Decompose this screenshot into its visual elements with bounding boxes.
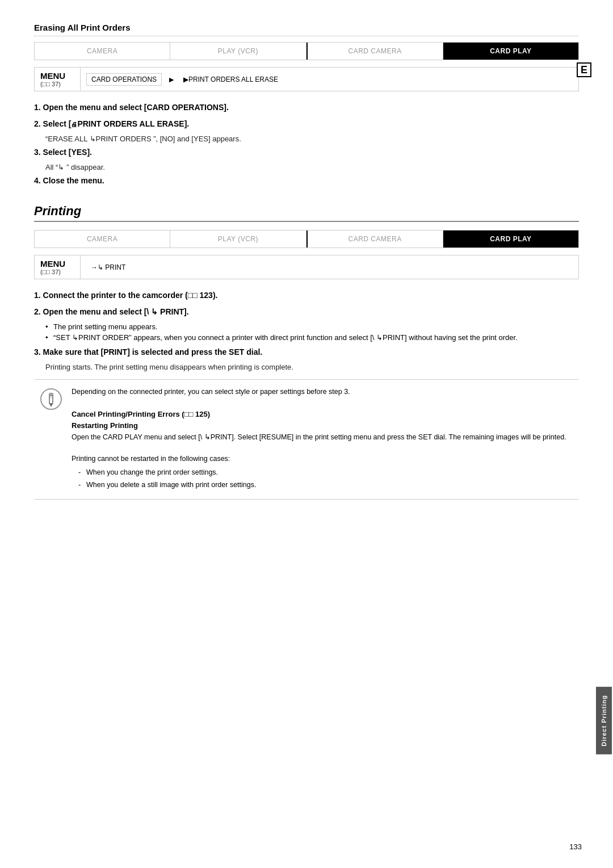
menu-content-1: CARD OPERATIONS ► ▶PRINT ORDERS ALL ERAS… — [80, 68, 578, 91]
tab-camera-1[interactable]: CAMERA — [35, 43, 170, 60]
step-1-3-text: Select [YES]. — [43, 148, 92, 157]
menu-ref-1: (□□ 37) — [40, 81, 74, 87]
step-2-3-label: 3. — [34, 347, 43, 357]
menu-label-box-1: MENU (□□ 37) — [35, 68, 80, 91]
step-1-3-label: 3. — [34, 148, 43, 157]
svg-rect-3 — [49, 393, 53, 396]
dash-item-2: When you delete a still image with print… — [78, 480, 566, 490]
step-1-2-sub: “ERASE ALL ↳PRINT ORDERS ”, [NO] and [YE… — [45, 135, 579, 143]
note-restart-text: Open the CARD PLAY menu and select [\ ↳P… — [72, 433, 566, 441]
dash-item-1: When you change the print order settings… — [78, 467, 566, 478]
step-2-1-text: Connect the printer to the camcorder (□□… — [43, 291, 218, 300]
menu-ref-2: (□□ 37) — [40, 269, 74, 275]
printing-title: Printing — [34, 204, 579, 222]
bullet-item-2: “SET ↳PRINT ORDER” appears, when you con… — [45, 333, 579, 342]
menu-row-2: MENU (□□ 37) →↳ PRINT — [34, 255, 579, 279]
step-1-1: 1. Open the menu and select [CARD OPERAT… — [34, 102, 579, 114]
step-1-1-text: Open the menu and select [CARD OPERATION… — [43, 103, 229, 112]
step-2-3-sub: Printing starts. The print setting menu … — [45, 363, 579, 371]
svg-marker-2 — [49, 404, 53, 407]
tab-bar-2: CAMERA PLAY (VCR) CARD CAMERA CARD PLAY — [34, 230, 579, 248]
step-1-1-label: 1. — [34, 103, 43, 112]
tab-bar-1: CAMERA PLAY (VCR) CARD CAMERA CARD PLAY — [34, 42, 579, 60]
tab-card-play-2[interactable]: CARD PLAY — [443, 230, 578, 248]
section-erasing: Erasing All Print Orders CAMERA PLAY (VC… — [34, 23, 579, 187]
e-marker: E — [577, 62, 591, 77]
menu-content-2: →↳ PRINT — [80, 255, 578, 279]
note-restart-heading: Restarting Printing — [72, 421, 138, 430]
step-1-3-sub: All “↳ ” disappear. — [45, 163, 579, 171]
right-sidebar: Direct Printing — [595, 0, 613, 868]
step-2-2: 2. Open the menu and select [\ ↳ PRINT]. — [34, 306, 579, 318]
pencil-icon — [40, 388, 62, 410]
step-2-2-text: Open the menu and select [\ ↳ PRINT]. — [43, 307, 189, 316]
menu-label-1: MENU — [40, 71, 74, 81]
step-2-3: 3. Make sure that [PRINT] is selected an… — [34, 346, 579, 358]
menu-arrow-1: ► — [167, 75, 175, 84]
section-divider — [34, 36, 579, 36]
note-cancel-heading: Cancel Printing/Printing Errors (□□ 125) — [72, 410, 210, 418]
tab-play-vcr-1[interactable]: PLAY (VCR) — [170, 43, 306, 60]
tab-card-camera-2[interactable]: CARD CAMERA — [306, 230, 443, 248]
menu-item-1: CARD OPERATIONS — [86, 73, 162, 86]
step-1-2-label: 2. — [34, 119, 43, 128]
menu-item-2: ▶PRINT ORDERS ALL ERASE — [179, 74, 283, 85]
step-2-2-label: 2. — [34, 307, 43, 316]
step-1-4: 4. Close the menu. — [34, 175, 579, 187]
step-1-2: 2. Select [​🖨PRINT ORDERS ALL ERASE]. — [34, 118, 579, 130]
menu-label-box-2: MENU (□□ 37) — [35, 255, 80, 279]
menu-row-1: MENU (□□ 37) CARD OPERATIONS ► ▶PRINT OR… — [34, 67, 579, 91]
tab-card-camera-1[interactable]: CARD CAMERA — [306, 43, 443, 60]
menu-label-2: MENU — [40, 259, 74, 269]
step-2-1-label: 1. — [34, 291, 43, 300]
note-text: Depending on the connected printer, you … — [72, 387, 566, 492]
section-printing: Printing CAMERA PLAY (VCR) CARD CAMERA C… — [34, 204, 579, 500]
step-2-2-bullets: The print setting menu appears. “SET ↳PR… — [45, 322, 579, 342]
step-2-3-text: Make sure that [PRINT] is selected and p… — [43, 347, 263, 357]
dash-list: When you change the print order settings… — [78, 467, 566, 491]
note-box: Depending on the connected printer, you … — [34, 379, 579, 500]
tab-camera-2[interactable]: CAMERA — [35, 230, 170, 248]
step-1-4-label: 4. — [34, 176, 43, 185]
menu-item-print: →↳ PRINT — [86, 262, 130, 273]
step-1-4-text: Close the menu. — [43, 176, 104, 185]
page: E Erasing All Print Orders CAMERA PLAY (… — [0, 0, 613, 868]
step-1-2-text: Select [​🖨PRINT ORDERS ALL ERASE]. — [43, 119, 190, 128]
page-number: 133 — [569, 842, 582, 851]
step-1-3: 3. Select [YES]. — [34, 146, 579, 158]
sidebar-tab-direct-printing: Direct Printing — [596, 687, 612, 754]
note-cannot-restart: Printing cannot be restarted in the foll… — [72, 455, 230, 463]
bullet-item-1: The print setting menu appears. — [45, 322, 579, 331]
tab-play-vcr-2[interactable]: PLAY (VCR) — [170, 230, 306, 248]
section-heading-erasing: Erasing All Print Orders — [34, 23, 579, 32]
step-2-1: 1. Connect the printer to the camcorder … — [34, 290, 579, 301]
note-main-text: Depending on the connected printer, you … — [72, 388, 350, 396]
note-icon — [39, 387, 64, 412]
tab-card-play-1[interactable]: CARD PLAY — [443, 43, 578, 60]
